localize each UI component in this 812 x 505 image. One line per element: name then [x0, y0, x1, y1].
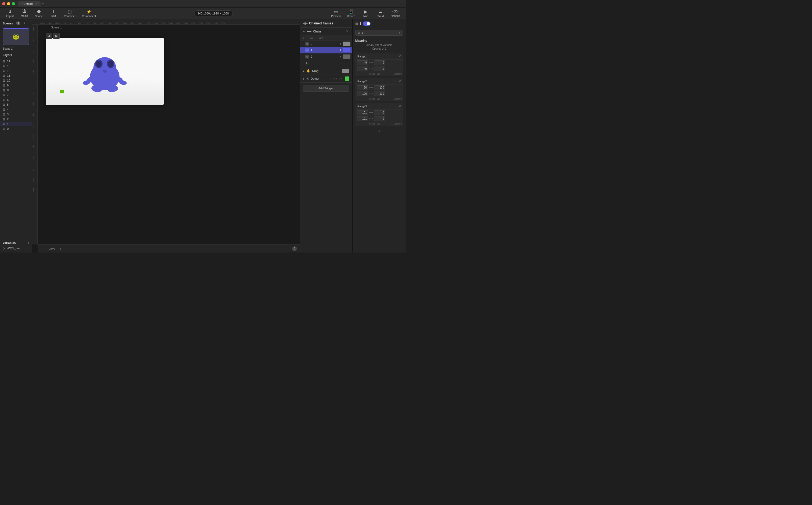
range2-input1-right[interactable]	[374, 85, 385, 90]
canvas-frame[interactable]	[46, 38, 164, 105]
drag-header[interactable]: ▶ ✋ Drag	[300, 67, 352, 74]
range2-header: Range2 ✕	[355, 78, 403, 85]
layer-name-5: 5	[7, 103, 9, 106]
minimize-window-btn[interactable]	[7, 2, 10, 5]
media-button[interactable]: 🖼 Media	[18, 8, 31, 18]
layer-item-3[interactable]: 🖼3	[0, 112, 32, 117]
container-button[interactable]: ⬚ Container	[61, 8, 78, 19]
variable-xpos[interactable]: ⟨⟩ xPOS_var	[3, 246, 29, 250]
canvas-area[interactable]: -400 -300 -200 -100 0 100 200 300 400 50…	[32, 19, 300, 252]
chain-item-1[interactable]: ⊞ 1	[300, 47, 352, 53]
chain-item-2[interactable]: ⊞ 2	[300, 53, 352, 60]
text-button[interactable]: T Text	[47, 8, 60, 18]
range1-close-btn[interactable]: ✕	[398, 54, 401, 58]
range1-input2-left[interactable]	[357, 66, 368, 71]
range3-input1-left[interactable]	[357, 110, 368, 115]
tab-close-btn[interactable]: ✕	[35, 2, 37, 5]
layer-item-0[interactable]: 🖼0	[0, 126, 32, 131]
layer-item-7[interactable]: 🖼7	[0, 93, 32, 98]
close-window-btn[interactable]	[2, 2, 5, 5]
nav-forward-btn[interactable]: ▶	[53, 33, 59, 39]
chained-frames-header: ◀▶ Chained frames	[300, 19, 352, 28]
range3-close-btn[interactable]: ✕	[398, 105, 401, 108]
device-button[interactable]: 📱 Device	[345, 8, 358, 19]
add-range-btn[interactable]: +	[353, 127, 406, 135]
layers-title: Layers	[3, 53, 12, 57]
run-label: Run	[363, 15, 368, 18]
resolution-badge[interactable]: HD 1080p 1920 × 1080	[194, 10, 233, 16]
layer-item-10[interactable]: 🖼10	[0, 78, 32, 83]
mapping-title: Mapping	[353, 37, 406, 43]
layer-item-12[interactable]: 🖼12	[0, 68, 32, 73]
layer-item-8[interactable]: 🖼8	[0, 88, 32, 93]
component-button[interactable]: ⚡ Component	[79, 8, 99, 19]
chain-ruler-200: 200	[319, 36, 323, 39]
import-icon: ⬇	[8, 9, 12, 14]
canvas-nav: ◀ ▶	[46, 33, 59, 39]
range1-input1-left[interactable]	[357, 60, 368, 65]
scenes-more-btn[interactable]: ⋮	[26, 21, 29, 25]
maximize-window-btn[interactable]	[12, 2, 15, 5]
ruler-left: -1000 -800 -600 -400 -200 0 200 400 600 …	[32, 25, 37, 244]
cloud-button[interactable]: ☁ Cloud	[374, 8, 387, 19]
range3-row2: ⟷	[355, 116, 403, 122]
import-button[interactable]: ⬇ Import	[3, 8, 17, 19]
layer-item-14[interactable]: 🖼14	[0, 59, 32, 63]
layer-icon-10: 🖼	[3, 79, 5, 82]
run-icon: ▶	[364, 9, 367, 14]
chain-item-0-dot	[340, 43, 341, 44]
layer-item-11[interactable]: 🖼11	[0, 73, 32, 78]
shape-button[interactable]: ⬟ Shape	[32, 8, 46, 19]
drag-title: Drag	[312, 69, 340, 72]
nav-back-btn[interactable]: ◀	[46, 33, 52, 39]
chain-close-btn[interactable]: ✕	[345, 29, 349, 33]
detect-title: Detect	[311, 77, 328, 80]
tab-title: * Untitled	[21, 2, 33, 5]
range2-input2-left[interactable]	[357, 92, 368, 96]
layer-item-1[interactable]: 🖼1	[0, 122, 32, 126]
detect-header[interactable]: ▶ ◎ Detect 0 0.2 0.4	[300, 75, 352, 82]
new-tab-button[interactable]: +	[42, 1, 44, 6]
preview-button[interactable]: ▭ Preview	[328, 8, 344, 19]
scene-1-thumbnail[interactable]: 🐸	[3, 28, 29, 45]
layer-item-6[interactable]: 🖼6	[0, 98, 32, 102]
add-trigger-button[interactable]: Add Trigger	[303, 85, 349, 92]
range2-input2-right[interactable]	[374, 92, 385, 96]
range2-close-btn[interactable]: ✕	[398, 79, 401, 83]
zoom-out-btn[interactable]: −	[40, 246, 46, 251]
layers-list: 🖼14 🖼13 🖼12 🖼11 🖼10 🖼9 🖼8 🖼7 🖼6 🖼5 🖼4 🖼3…	[0, 59, 32, 239]
canvas-content[interactable]: ◀ ▶ Scene 1	[37, 25, 300, 244]
layer-item-4[interactable]: 🖼4	[0, 107, 32, 112]
zoom-in-btn[interactable]: +	[58, 246, 63, 251]
toolbar: ⬇ Import 🖼 Media ⬟ Shape T Text ⬚ Contai…	[0, 7, 406, 19]
range3-input1-right[interactable]	[374, 110, 385, 115]
layer-name-3: 3	[7, 113, 9, 116]
chain-ruler: 0 100 200	[300, 35, 352, 40]
layer-item-2[interactable]: 🖼2	[0, 117, 32, 122]
layer-selector[interactable]: 🖼 1 ▼	[355, 30, 403, 36]
chain-item-0[interactable]: ⊞ 0	[300, 40, 352, 47]
range3-input2-left[interactable]	[357, 117, 368, 121]
chain-item-2-name: 2	[311, 55, 338, 58]
tab-untitled[interactable]: * Untitled ✕	[18, 1, 40, 6]
layer-item-13[interactable]: 🖼13	[0, 63, 32, 68]
handoff-button[interactable]: </> Handoff	[388, 8, 403, 18]
help-btn[interactable]: ?	[292, 246, 297, 251]
add-variable-btn[interactable]: +	[28, 241, 29, 244]
mapping-toggle[interactable]	[363, 21, 371, 26]
range1-input2-right[interactable]	[374, 66, 385, 71]
range2-input1-left[interactable]	[357, 85, 368, 90]
device-icon: 📱	[349, 9, 354, 14]
range3-input2-right[interactable]	[374, 117, 385, 121]
tabs-container: * Untitled ✕	[18, 1, 40, 6]
run-button[interactable]: ▶ Run	[359, 8, 373, 19]
layer-item-9[interactable]: 🖼9	[0, 83, 32, 88]
drag-icon: ✋	[306, 69, 310, 73]
range1-input1-right[interactable]	[374, 60, 385, 65]
layer-icon-14: 🖼	[3, 60, 5, 63]
chain-section-header[interactable]: ▼ ⟷ Chain ✕	[300, 28, 352, 35]
layer-name-2: 2	[7, 118, 9, 121]
layer-item-5[interactable]: 🖼5	[0, 102, 32, 107]
add-scene-btn[interactable]: +	[24, 21, 25, 25]
chain-add-btn[interactable]: +	[300, 60, 352, 67]
